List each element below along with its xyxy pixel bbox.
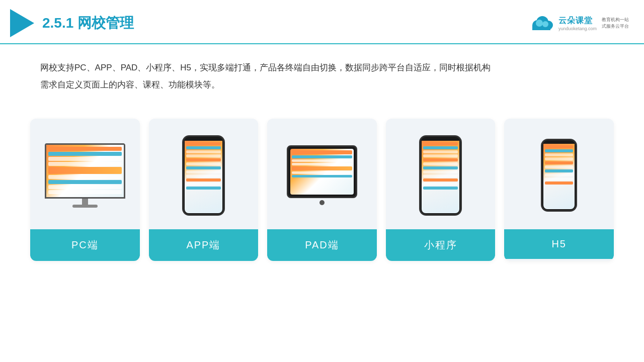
card-miniapp: 小程序 bbox=[386, 119, 496, 261]
description-area: 网校支持PC、APP、PAD、小程序、H5，实现多端打通，产品各终端自由切换，数… bbox=[0, 44, 644, 99]
miniapp-phone bbox=[419, 135, 462, 216]
description-line2: 需求自定义页面上的内容、课程、功能模块等。 bbox=[40, 76, 604, 94]
section-number: 2.5.1 bbox=[42, 15, 73, 31]
card-h5: H5 bbox=[504, 119, 614, 261]
pc-monitor bbox=[45, 143, 125, 208]
brand-name: 云朵课堂 bbox=[558, 16, 593, 26]
brand-url: yunduoketang.com bbox=[558, 26, 597, 31]
h5-label: H5 bbox=[504, 229, 614, 259]
monitor-screen bbox=[45, 143, 125, 199]
brand-top: 云朵课堂 yunduoketang.com 教育机构一站 式服务云平台 bbox=[529, 15, 629, 31]
card-app: APP端 bbox=[149, 119, 259, 261]
description-line1: 网校支持PC、APP、PAD、小程序、H5，实现多端打通，产品各终端自由切换，数… bbox=[40, 59, 604, 76]
svg-point-4 bbox=[536, 20, 543, 27]
pc-label: PC端 bbox=[30, 229, 140, 261]
h5-phone bbox=[541, 139, 577, 212]
card-pad: PAD端 bbox=[267, 119, 377, 261]
h5-image-area bbox=[504, 119, 614, 229]
page-title: 2.5.1 网校管理 bbox=[42, 14, 134, 33]
pad-label: PAD端 bbox=[267, 229, 377, 261]
app-phone bbox=[182, 135, 225, 216]
brand-slogan: 教育机构一站 式服务云平台 bbox=[602, 17, 629, 29]
svg-point-5 bbox=[542, 21, 548, 27]
logo-icon bbox=[10, 9, 34, 37]
header: 2.5.1 网校管理 云朵课堂 yunduoketang.com 教育机构一站 … bbox=[0, 0, 644, 44]
pc-image-area bbox=[30, 119, 140, 229]
brand-logo: 云朵课堂 yunduoketang.com 教育机构一站 式服务云平台 bbox=[529, 15, 629, 31]
header-left: 2.5.1 网校管理 bbox=[10, 9, 134, 37]
title-text: 网校管理 bbox=[77, 15, 134, 31]
brand-texts: 云朵课堂 yunduoketang.com bbox=[558, 16, 597, 31]
device-cards: PC端 bbox=[0, 104, 644, 271]
app-label: APP端 bbox=[149, 229, 259, 261]
card-pc: PC端 bbox=[30, 119, 140, 261]
app-image-area bbox=[149, 119, 259, 229]
miniapp-image-area bbox=[386, 119, 496, 229]
miniapp-label: 小程序 bbox=[386, 229, 496, 261]
pad-image-area bbox=[267, 119, 377, 229]
pad-tablet bbox=[287, 145, 357, 205]
cloud-icon bbox=[529, 15, 555, 31]
